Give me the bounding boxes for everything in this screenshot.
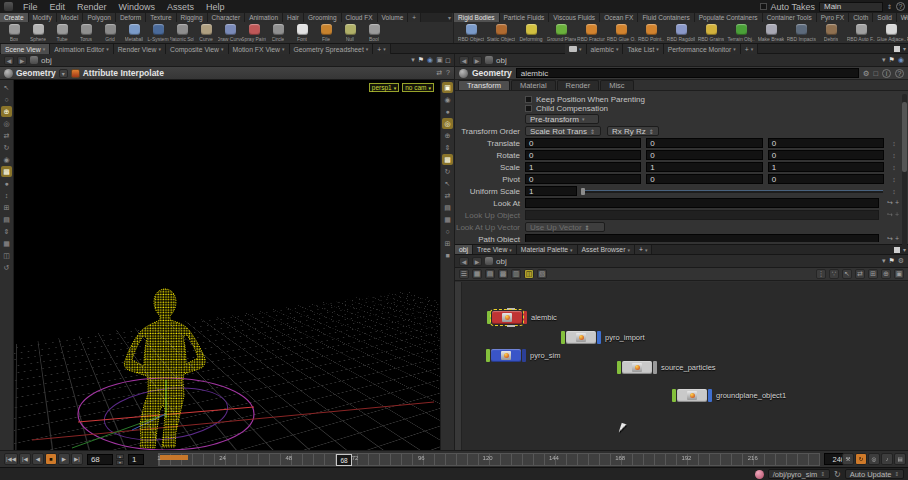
pane-tab[interactable]: obj xyxy=(455,245,473,254)
stop-button[interactable]: ■ xyxy=(45,453,57,465)
shelf-tool[interactable]: Terrain Obj.. xyxy=(726,23,756,42)
back-icon[interactable]: ◀ xyxy=(459,257,469,266)
pivot-y-field[interactable]: 0 xyxy=(646,174,762,184)
shelf-tab[interactable]: Volume xyxy=(378,13,409,22)
snap-point-icon[interactable]: ▤ xyxy=(1,214,12,225)
shelf-tool[interactable]: Tube xyxy=(50,23,74,42)
network-path[interactable]: obj xyxy=(496,257,507,266)
audio-button[interactable]: ♪ xyxy=(881,453,893,465)
shelf-tab[interactable]: Fluid Containers xyxy=(638,13,694,22)
help-icon[interactable]: ? xyxy=(896,2,905,11)
pane-tab[interactable]: Animation Editor▾ xyxy=(50,44,113,54)
shelf-tool[interactable]: File xyxy=(314,23,338,42)
timeline-playhead[interactable]: 68 xyxy=(336,454,352,466)
mirror-tool-icon[interactable]: ◫ xyxy=(1,250,12,261)
shelf-tab[interactable]: + xyxy=(408,13,421,22)
pane-menu-icon[interactable]: ▾ xyxy=(903,45,906,52)
node-render-flag[interactable] xyxy=(708,389,712,402)
info-icon[interactable]: i xyxy=(882,69,891,78)
take-selector[interactable]: Main xyxy=(819,2,883,12)
palette-icon[interactable]: ▥ xyxy=(511,269,521,279)
shelf-tab[interactable]: Polygon xyxy=(83,13,116,22)
pane-menu-icon[interactable]: ▾ xyxy=(903,246,906,253)
pane-maximize-icon[interactable] xyxy=(894,46,900,52)
rotate-z-field[interactable]: 0 xyxy=(768,150,884,160)
frame-icon[interactable]: □ xyxy=(446,57,450,64)
path-object-field[interactable] xyxy=(525,234,879,242)
shelf-tool[interactable]: Platonic Sol. xyxy=(170,23,194,42)
shelf-tab[interactable]: Deform xyxy=(116,13,146,22)
shelf-tool[interactable]: RBD Glue O.. xyxy=(606,23,636,42)
param-tab[interactable]: Material xyxy=(511,80,556,90)
snapshot-icon[interactable]: ▣ xyxy=(442,82,453,93)
playbar-options-button[interactable]: ⚒ xyxy=(842,453,854,465)
take-spinner-icon[interactable]: ⇕ xyxy=(887,3,892,10)
dot-connect-icon[interactable]: ∵ xyxy=(829,269,839,279)
translate-x-field[interactable]: 0 xyxy=(525,138,641,148)
frame-steppers[interactable]: ▴▾ xyxy=(116,454,124,465)
node-display-flag[interactable] xyxy=(561,331,565,344)
pane-tab[interactable]: +▾ xyxy=(635,245,653,254)
menu-item[interactable]: Edit xyxy=(44,0,72,13)
loop-mode-button[interactable]: ↻ xyxy=(855,453,867,465)
pin-icon[interactable]: ⚑ xyxy=(888,257,894,265)
param-tab[interactable]: Render xyxy=(557,80,600,90)
scale-x-field[interactable]: 1 xyxy=(525,162,641,172)
display-group-icon[interactable]: ⊞ xyxy=(442,238,453,249)
shelf-tab[interactable]: Rigging xyxy=(177,13,208,22)
scale-tool-icon[interactable]: ⇄ xyxy=(1,130,12,141)
gear-icon[interactable]: ⚙ xyxy=(898,257,904,265)
pane-tab[interactable]: alembic▾ xyxy=(587,44,624,54)
shelf-overflow-icon[interactable]: ▾ xyxy=(448,13,451,22)
shelf-tab[interactable]: Populate Containers xyxy=(695,13,763,22)
globe-icon[interactable]: ◉ xyxy=(898,56,904,64)
network-node[interactable]: pyro_sim xyxy=(486,349,560,362)
shelf-tool[interactable]: Draw Curve xyxy=(218,23,242,42)
shelf-tab[interactable]: Particle Fluids xyxy=(500,13,550,22)
shelf-tool[interactable]: RBD Ragdoll xyxy=(666,23,696,42)
shelf-tab[interactable]: Viscous Fluids xyxy=(549,13,600,22)
pane-tab[interactable]: Render View▾ xyxy=(114,44,166,54)
menu-item[interactable]: Render xyxy=(71,0,113,13)
node-render-flag[interactable] xyxy=(597,331,601,344)
shelf-tool[interactable]: Glue Adjace.. xyxy=(876,23,906,42)
ladder-icon[interactable]: ↕ xyxy=(889,140,899,147)
scale-z-field[interactable]: 1 xyxy=(768,162,884,172)
display-handles-icon[interactable]: ○ xyxy=(442,226,453,237)
shelf-tab[interactable]: Pyro FX xyxy=(817,13,849,22)
edit-tool-icon[interactable]: ↕ xyxy=(1,190,12,201)
snap-prim-icon[interactable]: ▦ xyxy=(1,238,12,249)
play-reverse-button[interactable]: ◀ xyxy=(32,453,44,465)
auto-takes-checkbox[interactable] xyxy=(760,3,767,10)
ladder-icon[interactable]: ↕ xyxy=(889,188,899,195)
shelf-tool[interactable]: Make Break xyxy=(756,23,786,42)
shelf-tool[interactable]: Bool xyxy=(362,23,386,42)
pane-tab[interactable]: Material Palette▾ xyxy=(517,245,578,254)
pane-tab[interactable]: +▾ xyxy=(373,44,391,54)
shelf-tool[interactable]: L-System xyxy=(146,23,170,42)
shelf-tool[interactable]: Null xyxy=(338,23,362,42)
op-pick-icon[interactable]: ↪ xyxy=(887,211,893,219)
param-tab[interactable]: Transform xyxy=(458,80,510,90)
menu-dots-icon[interactable]: ⋮ xyxy=(816,269,826,279)
op-pick-icon[interactable]: ↪ xyxy=(887,199,893,207)
node-render-flag[interactable] xyxy=(653,361,657,374)
shelf-tool[interactable]: Spray Paint xyxy=(242,23,266,42)
shelf-tab[interactable]: Character xyxy=(208,13,246,22)
shelf-tool[interactable]: RBD Auto F.. xyxy=(846,23,876,42)
path-dropdown-icon[interactable]: ▾ xyxy=(882,257,886,265)
shelf-tab[interactable]: Animation xyxy=(245,13,283,22)
grid-snap-icon[interactable]: ⊞ xyxy=(868,269,878,279)
pane-maximize-icon[interactable] xyxy=(894,247,900,253)
camera-icon[interactable]: ▣ xyxy=(436,56,443,64)
pane-tab[interactable]: Take List▾ xyxy=(623,44,663,54)
shelf-tool[interactable]: RBD Object xyxy=(456,23,486,42)
pane-tab-icon-only[interactable]: ▾ xyxy=(565,44,587,54)
shelf-tab[interactable]: Cloud FX xyxy=(342,13,378,22)
node-display-flag[interactable] xyxy=(486,349,490,362)
xform-order-select[interactable]: Scale Rot Trans⇕ xyxy=(525,126,601,136)
prev-keyframe-button[interactable]: |◀ xyxy=(19,453,31,465)
perspective-menu[interactable]: persp1▾ xyxy=(369,83,399,92)
camera-link-menu[interactable]: no cam▾ xyxy=(402,83,434,92)
object-selector-caret-icon[interactable]: ▾ xyxy=(59,69,68,78)
